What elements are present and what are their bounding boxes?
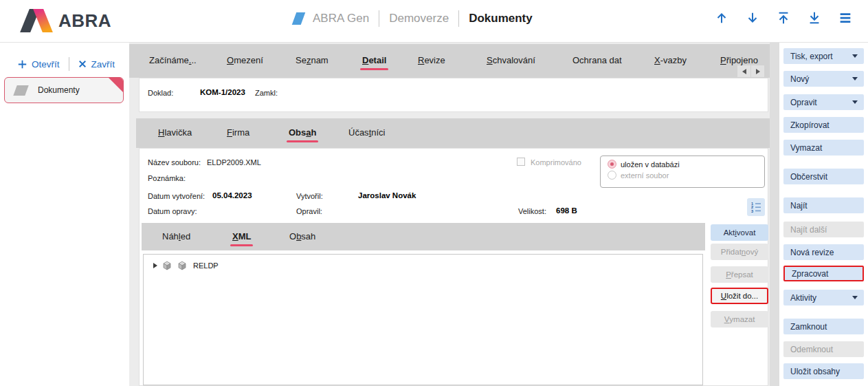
chevron-down-icon [852, 54, 858, 58]
tab-obsah-inner[interactable]: Obsah [289, 231, 315, 242]
open-agenda-button[interactable]: Otevřít [18, 59, 60, 69]
prepsat-button[interactable]: Přepsat [711, 266, 768, 283]
tab-schvalovani[interactable]: Schvalování [487, 55, 535, 65]
najit-button[interactable]: Najít [783, 197, 864, 213]
zkopirovat-button[interactable]: Zkopírovat [783, 117, 864, 133]
module-tabbar: Začínáme... Omezení Seznam Detail Revize… [129, 44, 770, 78]
file-name-value: ELDP2009.XML [207, 158, 261, 167]
main-area: Začínáme... Omezení Seznam Detail Revize… [129, 43, 770, 386]
vymazat-content-button[interactable]: Vymazat [711, 311, 768, 328]
plus-icon [18, 60, 27, 69]
tab-seznam[interactable]: Seznam [296, 55, 329, 65]
compressed-checkbox[interactable] [517, 158, 525, 166]
close-agenda-button[interactable]: Zavřít [78, 59, 115, 69]
note-label: Poznámka: [148, 174, 186, 182]
move-up-icon[interactable] [714, 10, 729, 25]
sidebar-divider [69, 57, 69, 71]
chevron-down-icon [852, 296, 858, 299]
storage-groupbox: uložen v databázi externí soubor [600, 156, 765, 188]
tab-obsah[interactable]: Obsah [289, 127, 316, 138]
pridat-novy-button[interactable]: Přidat nový [711, 244, 768, 260]
odemknout-button[interactable]: Odemknout [783, 341, 864, 357]
tab-hlavicka[interactable]: Hlavička [158, 127, 192, 138]
abra-logo-icon [21, 9, 52, 32]
vymazat-button[interactable]: Vymazat [783, 140, 864, 156]
tisk-export-button[interactable]: Tisk, export [783, 48, 864, 64]
ulozit-do-button[interactable]: Uložit do... [711, 288, 768, 304]
agenda-sidebar: Otevřít Zavřít Dokumenty [0, 43, 129, 386]
xml-tree-panel: RELDP [143, 254, 703, 385]
radio-external-file-label: externí soubor [621, 171, 669, 180]
xml-tree-node-reldp[interactable]: RELDP [144, 255, 702, 270]
agenda-actions: Otevřít Zavřít [0, 43, 129, 71]
action-panel: Tisk, export Nový Opravit Zkopírovat Vym… [779, 43, 868, 386]
compressed-label: Komprimováno [531, 158, 581, 167]
xml-element-icon [177, 261, 188, 270]
chevron-down-icon [852, 100, 858, 104]
tab-firma[interactable]: Firma [227, 127, 249, 138]
chevron-down-icon [852, 77, 858, 81]
agenda-tab-dokumenty[interactable]: Dokumenty [4, 77, 124, 103]
tab-xml[interactable]: XML [232, 231, 251, 242]
tab-detail[interactable]: Detail [362, 55, 386, 65]
novy-button[interactable]: Nový [783, 71, 864, 87]
abra-gen-window: ABRA ABRA Gen Demoverze Dokumenty [0, 0, 868, 386]
close-agenda-label: Zavřít [91, 59, 115, 69]
opravit-button[interactable]: Opravit [783, 94, 864, 110]
tab-omezeni[interactable]: Omezení [227, 55, 263, 65]
tab-ochrana-dat[interactable]: Ochrana dat [572, 55, 622, 65]
chevron-left-icon [742, 69, 746, 74]
xml-element-icon [162, 261, 173, 270]
size-value: 698 B [556, 206, 577, 215]
created-by-label: Vytvořil: [296, 192, 323, 200]
aktivovat-button[interactable]: Aktivovat [711, 224, 768, 241]
menu-icon[interactable] [838, 10, 853, 25]
radio-unselected-icon [608, 171, 616, 180]
content-detail-panel: Název souboru: ELDP2009.XML Poznámka: Da… [139, 148, 768, 386]
expand-icon[interactable] [153, 263, 157, 268]
zamknout-button[interactable]: Zamknout [783, 319, 864, 334]
move-to-top-icon[interactable] [776, 10, 791, 25]
tab-revize[interactable]: Revize [418, 55, 445, 65]
move-down-icon[interactable] [745, 10, 760, 25]
tab-scroll-controls [737, 65, 764, 77]
radio-selected-icon [608, 160, 616, 169]
numbered-list-icon: 1 2 3 [750, 201, 762, 213]
tab-pripojeno[interactable]: Připojeno [720, 55, 758, 65]
tab-scroll-left-button[interactable] [737, 65, 750, 77]
svg-text:3: 3 [751, 209, 753, 213]
tab-ucastnici[interactable]: Účastníci [348, 127, 385, 138]
move-to-bottom-icon[interactable] [807, 10, 822, 25]
breadcrumb-divider [458, 10, 459, 27]
abra-logo-text: ABRA [58, 10, 111, 32]
abra-gen-icon [292, 12, 306, 25]
obcerstvit-button[interactable]: Občerstvit [783, 169, 864, 184]
content-view-tabbar: Náhled XML Obsah [142, 223, 705, 250]
tab-x-vazby[interactable]: X-vazby [654, 55, 687, 65]
file-name-label: Název souboru: [148, 158, 201, 167]
active-agenda-corner [109, 78, 123, 92]
panel-divider-strip [770, 43, 779, 386]
close-icon [78, 60, 87, 68]
radio-stored-in-db[interactable]: uložen v databázi [608, 160, 764, 169]
header-toolbar [714, 10, 853, 25]
created-by-value: Jaroslav Novák [358, 191, 416, 200]
modified-by-label: Opravil: [296, 207, 322, 215]
agenda-tab-label: Dokumenty [38, 85, 80, 95]
zpracovat-button[interactable]: Zpracovat [783, 266, 864, 281]
radio-external-file[interactable]: externí soubor [608, 171, 764, 180]
ulozit-obsahy-button[interactable]: Uložit obsahy [783, 363, 864, 379]
modified-date-label: Datum opravy: [148, 207, 197, 215]
nova-revize-button[interactable]: Nová revize [783, 244, 864, 260]
abra-logo: ABRA [21, 9, 111, 32]
breadcrumb-module-title: Dokumenty [469, 12, 533, 25]
tab-zaciname[interactable]: Začínáme... [149, 55, 197, 65]
detail-tabbar: Hlavička Firma Obsah Účastníci [136, 118, 770, 148]
tab-scroll-right-button[interactable] [751, 65, 764, 77]
size-label: Velikost: [518, 207, 546, 215]
aktivity-button[interactable]: Aktivity [783, 290, 864, 305]
najit-dalsi-button[interactable]: Najít další [783, 222, 864, 237]
numbered-list-button[interactable]: 1 2 3 [747, 198, 765, 216]
created-date-label: Datum vytvoření: [148, 192, 205, 200]
tab-nahled[interactable]: Náhled [162, 231, 190, 242]
